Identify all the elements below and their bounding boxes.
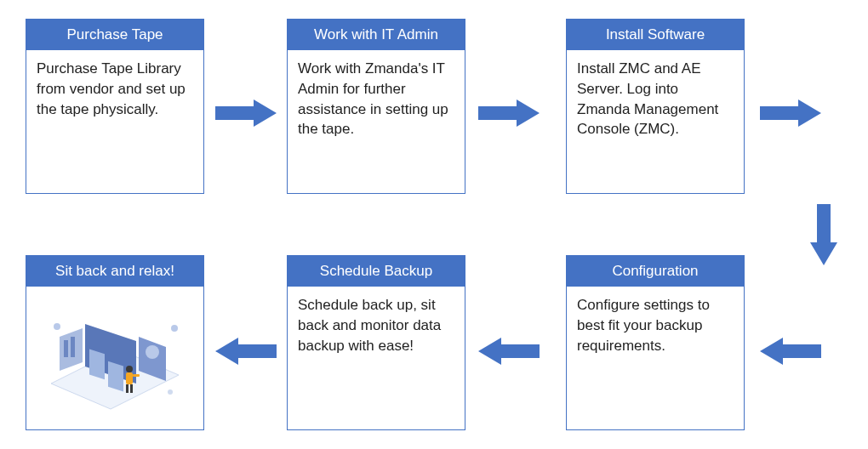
step-desc: Purchase Tape Library from vendor and se…: [26, 50, 203, 193]
svg-point-5: [146, 345, 159, 359]
step-desc: Configure settings to best fit your back…: [567, 287, 744, 429]
step-title: Work with IT Admin: [288, 20, 465, 50]
arrow-left-icon: [215, 336, 277, 367]
step-desc: [26, 287, 203, 429]
svg-rect-14: [126, 384, 128, 393]
arrow-right-icon: [215, 98, 277, 128]
svg-rect-3: [108, 361, 123, 392]
svg-marker-17: [215, 99, 277, 127]
svg-rect-7: [64, 340, 68, 357]
step-configuration: Configuration Configure settings to best…: [566, 255, 745, 430]
step-it-admin: Work with IT Admin Work with Zmanda's IT…: [287, 19, 465, 194]
svg-rect-2: [89, 349, 105, 379]
svg-point-10: [171, 325, 178, 332]
svg-marker-22: [478, 338, 540, 365]
step-desc: Schedule back up, sit back and monitor d…: [288, 287, 465, 429]
svg-marker-21: [760, 338, 821, 365]
svg-point-11: [168, 389, 173, 395]
svg-point-12: [126, 366, 133, 372]
step-title: Configuration: [567, 256, 744, 287]
step-title: Install Software: [567, 20, 744, 50]
arrow-left-icon: [760, 336, 821, 367]
arrow-right-icon: [478, 98, 540, 128]
svg-rect-15: [130, 384, 133, 393]
step-title: Sit back and relax!: [26, 256, 203, 287]
step-title: Purchase Tape: [26, 20, 203, 50]
svg-rect-13: [126, 372, 133, 384]
svg-marker-19: [760, 99, 821, 127]
arrow-down-icon: [808, 204, 839, 265]
step-desc: Install ZMC and AE Server. Log into Zman…: [567, 50, 744, 193]
arrow-right-icon: [760, 98, 821, 128]
step-schedule-backup: Schedule Backup Schedule back up, sit ba…: [287, 255, 465, 430]
arrow-left-icon: [478, 336, 540, 367]
step-desc: Work with Zmanda's IT Admin for further …: [288, 50, 465, 193]
step-relax: Sit back and relax!: [26, 255, 204, 430]
svg-marker-20: [810, 204, 837, 265]
svg-marker-23: [215, 338, 277, 365]
step-install-software: Install Software Install ZMC and AE Serv…: [566, 19, 745, 194]
svg-marker-18: [478, 99, 540, 127]
svg-point-9: [54, 323, 60, 330]
step-title: Schedule Backup: [288, 256, 465, 287]
step-purchase-tape: Purchase Tape Purchase Tape Library from…: [26, 19, 204, 194]
svg-rect-8: [71, 337, 75, 357]
dashboard-illustration-icon: [38, 303, 191, 413]
svg-rect-16: [133, 374, 140, 377]
